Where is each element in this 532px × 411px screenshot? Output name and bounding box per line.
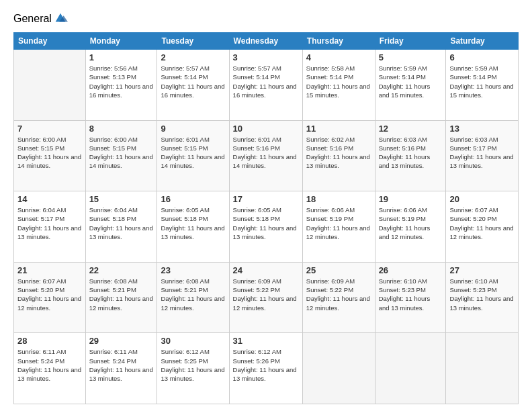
day-number: 10 [233, 124, 299, 134]
day-info: Sunrise: 6:11 AM Sunset: 5:24 PM Dayligh… [17, 347, 82, 383]
day-number: 23 [161, 265, 225, 275]
day-number: 29 [89, 336, 154, 346]
day-number: 9 [161, 124, 225, 134]
day-info: Sunrise: 6:11 AM Sunset: 5:24 PM Dayligh… [89, 347, 154, 383]
day-cell: 22Sunrise: 6:08 AM Sunset: 5:21 PM Dayli… [85, 262, 157, 333]
day-cell: 2Sunrise: 5:57 AM Sunset: 5:14 PM Daylig… [157, 50, 229, 121]
day-number: 24 [233, 265, 299, 275]
day-cell [302, 333, 375, 404]
day-info: Sunrise: 6:10 AM Sunset: 5:23 PM Dayligh… [379, 277, 443, 312]
day-cell: 24Sunrise: 6:09 AM Sunset: 5:22 PM Dayli… [229, 262, 302, 333]
day-number: 12 [379, 124, 443, 134]
day-cell: 13Sunrise: 6:03 AM Sunset: 5:17 PM Dayli… [446, 120, 519, 191]
day-info: Sunrise: 6:00 AM Sunset: 5:15 PM Dayligh… [17, 135, 82, 171]
day-number: 14 [17, 194, 82, 204]
week-row-1: 7Sunrise: 6:00 AM Sunset: 5:15 PM Daylig… [14, 120, 519, 191]
day-info: Sunrise: 6:01 AM Sunset: 5:16 PM Dayligh… [233, 135, 299, 171]
day-cell: 11Sunrise: 6:02 AM Sunset: 5:16 PM Dayli… [302, 120, 375, 191]
day-number: 18 [306, 194, 371, 204]
header-cell-saturday: Saturday [446, 33, 519, 50]
day-info: Sunrise: 5:59 AM Sunset: 5:14 PM Dayligh… [449, 64, 515, 99]
week-row-3: 21Sunrise: 6:07 AM Sunset: 5:20 PM Dayli… [14, 262, 519, 333]
day-number: 13 [449, 124, 515, 134]
day-number: 25 [306, 265, 371, 275]
day-cell: 20Sunrise: 6:07 AM Sunset: 5:20 PM Dayli… [446, 191, 519, 263]
day-cell: 29Sunrise: 6:11 AM Sunset: 5:24 PM Dayli… [85, 333, 157, 404]
day-info: Sunrise: 6:06 AM Sunset: 5:19 PM Dayligh… [379, 205, 443, 241]
day-info: Sunrise: 6:03 AM Sunset: 5:16 PM Dayligh… [379, 135, 443, 171]
header-cell-monday: Monday [85, 33, 157, 50]
header-cell-thursday: Thursday [302, 33, 375, 50]
day-number: 6 [449, 52, 515, 62]
day-cell: 8Sunrise: 6:00 AM Sunset: 5:15 PM Daylig… [85, 120, 157, 191]
day-info: Sunrise: 5:57 AM Sunset: 5:14 PM Dayligh… [161, 64, 225, 99]
day-cell: 17Sunrise: 6:05 AM Sunset: 5:18 PM Dayli… [229, 191, 302, 263]
day-number: 31 [233, 336, 299, 346]
day-info: Sunrise: 6:12 AM Sunset: 5:26 PM Dayligh… [233, 347, 299, 383]
day-number: 7 [17, 124, 82, 134]
day-cell [375, 333, 446, 404]
day-info: Sunrise: 6:09 AM Sunset: 5:22 PM Dayligh… [233, 277, 299, 312]
day-number: 22 [89, 265, 154, 275]
day-info: Sunrise: 6:04 AM Sunset: 5:17 PM Dayligh… [17, 205, 82, 241]
day-cell: 27Sunrise: 6:10 AM Sunset: 5:23 PM Dayli… [446, 262, 519, 333]
day-info: Sunrise: 6:01 AM Sunset: 5:15 PM Dayligh… [161, 135, 225, 171]
day-cell: 12Sunrise: 6:03 AM Sunset: 5:16 PM Dayli… [375, 120, 446, 191]
week-row-4: 28Sunrise: 6:11 AM Sunset: 5:24 PM Dayli… [14, 333, 519, 404]
day-number: 28 [17, 336, 82, 346]
day-number: 3 [233, 52, 299, 62]
day-cell: 3Sunrise: 5:57 AM Sunset: 5:14 PM Daylig… [229, 50, 302, 121]
day-info: Sunrise: 6:08 AM Sunset: 5:21 PM Dayligh… [89, 277, 154, 312]
header-cell-sunday: Sunday [14, 33, 86, 50]
day-cell: 4Sunrise: 5:58 AM Sunset: 5:14 PM Daylig… [302, 50, 375, 121]
day-info: Sunrise: 6:06 AM Sunset: 5:19 PM Dayligh… [306, 205, 371, 241]
day-info: Sunrise: 5:56 AM Sunset: 5:13 PM Dayligh… [89, 64, 154, 99]
day-cell: 25Sunrise: 6:09 AM Sunset: 5:22 PM Dayli… [302, 262, 375, 333]
week-row-2: 14Sunrise: 6:04 AM Sunset: 5:17 PM Dayli… [14, 191, 519, 263]
day-cell: 10Sunrise: 6:01 AM Sunset: 5:16 PM Dayli… [229, 120, 302, 191]
day-cell: 21Sunrise: 6:07 AM Sunset: 5:20 PM Dayli… [14, 262, 86, 333]
day-info: Sunrise: 6:12 AM Sunset: 5:25 PM Dayligh… [161, 347, 225, 383]
logo: General [13, 12, 68, 26]
day-cell: 14Sunrise: 6:04 AM Sunset: 5:17 PM Dayli… [14, 191, 86, 263]
day-cell: 1Sunrise: 5:56 AM Sunset: 5:13 PM Daylig… [85, 50, 157, 121]
logo-general: General [13, 13, 52, 25]
day-info: Sunrise: 5:59 AM Sunset: 5:14 PM Dayligh… [379, 64, 443, 99]
day-number: 21 [17, 265, 82, 275]
day-cell [446, 333, 519, 404]
day-info: Sunrise: 6:10 AM Sunset: 5:23 PM Dayligh… [449, 277, 515, 312]
day-cell [14, 50, 86, 121]
day-number: 15 [89, 194, 154, 204]
day-info: Sunrise: 6:05 AM Sunset: 5:18 PM Dayligh… [233, 205, 299, 241]
header: General [13, 12, 519, 26]
day-number: 2 [161, 52, 225, 62]
day-cell: 15Sunrise: 6:04 AM Sunset: 5:18 PM Dayli… [85, 191, 157, 263]
day-number: 27 [449, 265, 515, 275]
calendar-table: SundayMondayTuesdayWednesdayThursdayFrid… [13, 32, 519, 404]
day-cell: 7Sunrise: 6:00 AM Sunset: 5:15 PM Daylig… [14, 120, 86, 191]
day-info: Sunrise: 6:09 AM Sunset: 5:22 PM Dayligh… [306, 277, 371, 312]
day-number: 16 [161, 194, 225, 204]
day-number: 4 [306, 52, 371, 62]
day-cell: 31Sunrise: 6:12 AM Sunset: 5:26 PM Dayli… [229, 333, 302, 404]
day-cell: 9Sunrise: 6:01 AM Sunset: 5:15 PM Daylig… [157, 120, 229, 191]
day-number: 26 [379, 265, 443, 275]
day-number: 8 [89, 124, 154, 134]
header-cell-friday: Friday [375, 33, 446, 50]
day-number: 30 [161, 336, 225, 346]
day-cell: 5Sunrise: 5:59 AM Sunset: 5:14 PM Daylig… [375, 50, 446, 121]
day-info: Sunrise: 5:57 AM Sunset: 5:14 PM Dayligh… [233, 64, 299, 99]
day-number: 19 [379, 194, 443, 204]
day-number: 20 [449, 194, 515, 204]
day-cell: 26Sunrise: 6:10 AM Sunset: 5:23 PM Dayli… [375, 262, 446, 333]
header-row: SundayMondayTuesdayWednesdayThursdayFrid… [14, 33, 519, 50]
header-cell-wednesday: Wednesday [229, 33, 302, 50]
day-number: 17 [233, 194, 299, 204]
day-cell: 30Sunrise: 6:12 AM Sunset: 5:25 PM Dayli… [157, 333, 229, 404]
week-row-0: 1Sunrise: 5:56 AM Sunset: 5:13 PM Daylig… [14, 50, 519, 121]
day-info: Sunrise: 6:04 AM Sunset: 5:18 PM Dayligh… [89, 205, 154, 241]
day-number: 1 [89, 52, 154, 62]
day-info: Sunrise: 5:58 AM Sunset: 5:14 PM Dayligh… [306, 64, 371, 99]
day-cell: 28Sunrise: 6:11 AM Sunset: 5:24 PM Dayli… [14, 333, 86, 404]
day-info: Sunrise: 6:03 AM Sunset: 5:17 PM Dayligh… [449, 135, 515, 171]
